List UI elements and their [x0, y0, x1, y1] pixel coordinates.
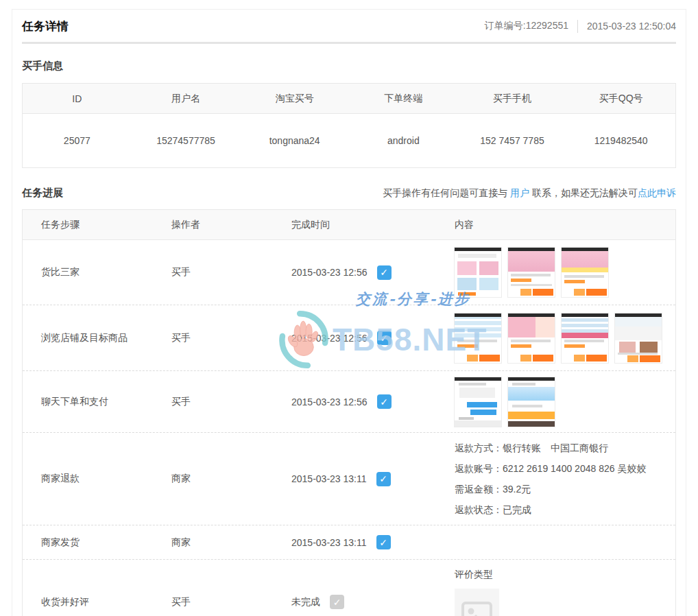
refund-status: 返款状态：已完成: [455, 499, 675, 520]
finish-time: 2015-03-23 13:11: [291, 473, 367, 484]
column-header-step: 任务步骤: [23, 219, 171, 231]
page-title: 任务详情: [22, 19, 69, 34]
refund-amount: 需返金额：39.2元: [455, 479, 675, 499]
completed-checkbox[interactable]: [377, 265, 392, 280]
column-header-operator: 操作者: [171, 219, 291, 231]
task-row-browse-shop: 浏览店铺及目标商品 买手 2015-03-23 12:56: [23, 305, 675, 371]
taobao-item-blue-thumbnail[interactable]: [455, 313, 501, 363]
refund-account: 返款账号：6212 2619 1400 2048 826 吴姣姣: [455, 458, 675, 479]
task-step: 商家发货: [23, 536, 171, 549]
order-meta: 订单编号:12292551 2015-03-23 12:50:04: [485, 20, 676, 33]
username-value: 15274577785: [132, 135, 241, 146]
task-step: 浏览店铺及目标商品: [23, 332, 171, 344]
refund-details: 返款方式：银行转账 中国工商银行 返款账号：6212 2619 1400 204…: [455, 438, 675, 520]
column-header-id: ID: [23, 93, 132, 104]
finish-time: 2015-03-23 13:11: [291, 537, 367, 548]
taobao-item-pink-model-thumbnail[interactable]: [508, 313, 555, 363]
taobao-account-value: tongnana24: [240, 135, 349, 146]
user-link[interactable]: 用户: [510, 187, 529, 198]
column-header-buyer-qq: 买手QQ号: [566, 93, 675, 105]
payment-success-thumbnail[interactable]: [508, 377, 555, 427]
order-number: 订单编号:12292551: [485, 20, 568, 32]
incomplete-checkbox[interactable]: [330, 595, 344, 609]
task-operator: 买手: [171, 266, 291, 279]
task-operator: 买手: [171, 596, 291, 608]
taobao-item-white-thumbnail[interactable]: [615, 313, 662, 363]
buyer-qq-value: 1219482540: [566, 135, 675, 146]
refund-method: 返款方式：银行转账 中国工商银行: [455, 438, 675, 458]
column-header-content: 内容: [455, 219, 675, 231]
column-header-buyer-phone: 买手手机: [458, 93, 567, 105]
taobao-item-blue-grid-thumbnail[interactable]: [562, 313, 608, 363]
review-type-label: 评价类型: [455, 569, 675, 581]
task-operator: 买手: [171, 396, 291, 408]
chat-screenshot-thumbnail[interactable]: [455, 377, 501, 427]
progress-note: 买手操作有任何问题可直接与 用户 联系，如果还无法解决可点此申诉: [383, 187, 676, 200]
task-row-merchant-refund: 商家退款 商家 2015-03-23 13:11 返款方式：银行转账 中国工商银…: [23, 433, 675, 525]
section-title-task-progress: 任务进展: [22, 187, 63, 200]
task-table-header: 任务步骤 操作者 完成时间 内容: [23, 210, 675, 240]
section-title-buyer-info: 买手信息: [22, 60, 676, 73]
task-step: 收货并好评: [23, 596, 171, 608]
completed-checkbox[interactable]: [376, 535, 391, 549]
task-step: 货比三家: [23, 266, 171, 279]
column-header-finish-time: 完成时间: [291, 219, 455, 231]
appeal-link[interactable]: 点此申诉: [638, 187, 676, 198]
buyer-id-value: 25077: [23, 135, 132, 146]
taobao-item-pink-thumbnail[interactable]: [508, 248, 555, 297]
task-operator: 商家: [171, 536, 291, 549]
buyer-table-header: ID 用户名 淘宝买号 下单终端 买手手机 买手QQ号: [23, 84, 675, 114]
page-header: 任务详情 订单编号:12292551 2015-03-23 12:50:04: [22, 10, 676, 40]
task-step: 聊天下单和支付: [23, 396, 171, 408]
order-timestamp: 2015-03-23 12:50:04: [587, 21, 676, 32]
divider: [577, 20, 578, 33]
taobao-item-pink-promo-thumbnail[interactable]: [562, 248, 608, 297]
column-header-order-terminal: 下单终端: [349, 93, 458, 105]
column-header-taobao-account: 淘宝买号: [240, 93, 349, 105]
note-text: 联系，如果还无法解决可: [529, 187, 638, 198]
finish-time: 未完成: [291, 596, 320, 608]
finish-time: 2015-03-23 12:56: [291, 267, 368, 278]
buyer-phone-value: 152 7457 7785: [458, 135, 567, 146]
task-row-compare-shops: 货比三家 买手 2015-03-23 12:56: [23, 240, 675, 305]
finish-time: 2015-03-23 12:56: [291, 333, 368, 344]
task-progress-header: 任务进展 买手操作有任何问题可直接与 用户 联系，如果还无法解决可点此申诉: [22, 187, 676, 200]
task-row-merchant-ship: 商家发货 商家 2015-03-23 13:11: [23, 525, 675, 560]
completed-checkbox[interactable]: [376, 472, 391, 486]
task-row-chat-order-pay: 聊天下单和支付 买手 2015-03-23 12:56: [23, 371, 675, 433]
note-text: 买手操作有任何问题可直接与: [383, 187, 510, 198]
task-operator: 买手: [171, 332, 291, 344]
completed-checkbox[interactable]: [377, 331, 392, 345]
column-header-username: 用户名: [132, 93, 241, 105]
buyer-info-row: 25077 15274577785 tongnana24 android 152…: [23, 114, 675, 167]
completed-checkbox[interactable]: [377, 394, 392, 409]
order-terminal-value: android: [349, 135, 458, 146]
header-rule: [22, 42, 676, 44]
taobao-search-pink-thumbnail[interactable]: [455, 248, 501, 297]
task-step: 商家退款: [23, 473, 171, 485]
screenshot-thumbnails: [455, 377, 675, 427]
task-operator: 商家: [171, 473, 291, 485]
task-row-receive-review: 收货并好评 买手 未完成 评价类型: [23, 560, 675, 616]
screenshot-thumbnails: [455, 313, 675, 363]
task-detail-page: 任务详情 订单编号:12292551 2015-03-23 12:50:04 买…: [12, 9, 686, 616]
buyer-info-table: ID 用户名 淘宝买号 下单终端 买手手机 买手QQ号 25077 152745…: [22, 83, 676, 168]
screenshot-thumbnails: [455, 248, 675, 297]
finish-time: 2015-03-23 12:56: [291, 396, 368, 407]
task-progress-table: 任务步骤 操作者 完成时间 内容 货比三家 买手 2015-03-23 12:5…: [22, 209, 676, 616]
image-placeholder-icon: [455, 589, 499, 616]
